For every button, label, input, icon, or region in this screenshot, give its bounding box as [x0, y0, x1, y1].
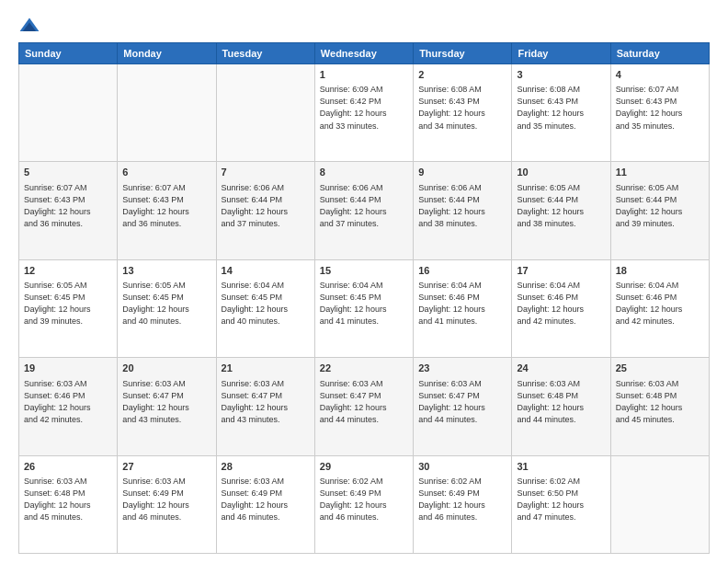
day-number: 19 [24, 362, 112, 375]
calendar-cell: 27Sunrise: 6:03 AMSunset: 6:49 PMDayligh… [118, 455, 216, 553]
day-info: Sunrise: 6:04 AMSunset: 6:46 PMDaylight:… [616, 280, 704, 327]
calendar-cell: 9Sunrise: 6:06 AMSunset: 6:44 PMDaylight… [414, 162, 512, 259]
day-number: 20 [122, 362, 210, 375]
calendar-cell [610, 455, 709, 553]
weekday-header-sunday: Sunday [19, 43, 118, 64]
calendar-cell: 19Sunrise: 6:03 AMSunset: 6:46 PMDayligh… [19, 358, 118, 455]
day-number: 7 [222, 166, 310, 179]
logo [18, 17, 48, 35]
calendar-week-3: 12Sunrise: 6:05 AMSunset: 6:45 PMDayligh… [19, 259, 710, 357]
calendar-cell: 4Sunrise: 6:07 AMSunset: 6:43 PMDaylight… [610, 64, 709, 162]
day-number: 3 [517, 68, 605, 82]
day-info: Sunrise: 6:06 AMSunset: 6:44 PMDaylight:… [320, 182, 408, 230]
calendar-cell: 12Sunrise: 6:05 AMSunset: 6:45 PMDayligh… [19, 259, 118, 357]
day-number: 8 [320, 166, 408, 179]
day-info: Sunrise: 6:05 AMSunset: 6:45 PMDaylight:… [24, 280, 112, 327]
calendar-week-4: 19Sunrise: 6:03 AMSunset: 6:46 PMDayligh… [19, 358, 710, 455]
calendar-cell: 14Sunrise: 6:04 AMSunset: 6:45 PMDayligh… [216, 259, 314, 357]
calendar-cell: 23Sunrise: 6:03 AMSunset: 6:47 PMDayligh… [414, 358, 512, 455]
day-number: 30 [418, 460, 506, 474]
day-info: Sunrise: 6:03 AMSunset: 6:49 PMDaylight:… [122, 476, 210, 523]
day-number: 24 [517, 362, 605, 375]
calendar-cell: 5Sunrise: 6:07 AMSunset: 6:43 PMDaylight… [19, 162, 118, 259]
day-number: 13 [122, 264, 210, 278]
day-info: Sunrise: 6:05 AMSunset: 6:45 PMDaylight:… [122, 280, 210, 327]
day-number: 2 [418, 68, 506, 82]
calendar-cell: 29Sunrise: 6:02 AMSunset: 6:49 PMDayligh… [314, 455, 413, 553]
day-number: 6 [122, 166, 210, 179]
day-info: Sunrise: 6:04 AMSunset: 6:46 PMDaylight:… [517, 280, 605, 327]
day-number: 14 [222, 264, 310, 278]
calendar-week-2: 5Sunrise: 6:07 AMSunset: 6:43 PMDaylight… [19, 162, 710, 259]
day-info: Sunrise: 6:08 AMSunset: 6:43 PMDaylight:… [517, 84, 605, 132]
calendar-cell: 13Sunrise: 6:05 AMSunset: 6:45 PMDayligh… [118, 259, 216, 357]
day-info: Sunrise: 6:03 AMSunset: 6:48 PMDaylight:… [616, 378, 704, 426]
calendar-cell: 6Sunrise: 6:07 AMSunset: 6:43 PMDaylight… [118, 162, 216, 259]
header [18, 17, 710, 35]
day-info: Sunrise: 6:03 AMSunset: 6:48 PMDaylight:… [517, 378, 605, 426]
day-info: Sunrise: 6:02 AMSunset: 6:50 PMDaylight:… [517, 476, 605, 523]
day-number: 31 [517, 460, 605, 474]
day-info: Sunrise: 6:04 AMSunset: 6:45 PMDaylight:… [320, 280, 408, 327]
calendar-page: SundayMondayTuesdayWednesdayThursdayFrid… [0, 0, 728, 563]
calendar-week-5: 26Sunrise: 6:03 AMSunset: 6:48 PMDayligh… [19, 455, 710, 553]
calendar-cell [118, 64, 216, 162]
day-number: 11 [616, 166, 704, 179]
calendar-cell: 24Sunrise: 6:03 AMSunset: 6:48 PMDayligh… [512, 358, 610, 455]
day-info: Sunrise: 6:07 AMSunset: 6:43 PMDaylight:… [616, 84, 704, 132]
weekday-header-friday: Friday [512, 43, 610, 64]
calendar-week-1: 1Sunrise: 6:09 AMSunset: 6:42 PMDaylight… [19, 64, 710, 162]
day-number: 18 [616, 264, 704, 278]
day-number: 1 [320, 68, 408, 82]
weekday-header-monday: Monday [118, 43, 216, 64]
day-info: Sunrise: 6:07 AMSunset: 6:43 PMDaylight:… [24, 182, 112, 230]
logo-icon [18, 17, 40, 35]
calendar-cell: 7Sunrise: 6:06 AMSunset: 6:44 PMDaylight… [216, 162, 314, 259]
day-info: Sunrise: 6:03 AMSunset: 6:46 PMDaylight:… [24, 378, 112, 426]
weekday-header-thursday: Thursday [414, 43, 512, 64]
day-number: 15 [320, 264, 408, 278]
calendar-cell: 2Sunrise: 6:08 AMSunset: 6:43 PMDaylight… [414, 64, 512, 162]
calendar-cell: 8Sunrise: 6:06 AMSunset: 6:44 PMDaylight… [314, 162, 413, 259]
day-info: Sunrise: 6:05 AMSunset: 6:44 PMDaylight:… [616, 182, 704, 230]
day-info: Sunrise: 6:06 AMSunset: 6:44 PMDaylight:… [222, 182, 310, 230]
day-info: Sunrise: 6:06 AMSunset: 6:44 PMDaylight:… [418, 182, 506, 230]
calendar-cell: 30Sunrise: 6:02 AMSunset: 6:49 PMDayligh… [414, 455, 512, 553]
weekday-header-tuesday: Tuesday [216, 43, 314, 64]
calendar-cell [216, 64, 314, 162]
weekday-header-saturday: Saturday [610, 43, 709, 64]
weekday-header-wednesday: Wednesday [314, 43, 413, 64]
day-number: 5 [24, 166, 112, 179]
day-info: Sunrise: 6:03 AMSunset: 6:48 PMDaylight:… [24, 476, 112, 523]
calendar-body: 1Sunrise: 6:09 AMSunset: 6:42 PMDaylight… [19, 64, 710, 554]
calendar-cell: 21Sunrise: 6:03 AMSunset: 6:47 PMDayligh… [216, 358, 314, 455]
calendar-cell: 31Sunrise: 6:02 AMSunset: 6:50 PMDayligh… [512, 455, 610, 553]
day-number: 28 [222, 460, 310, 474]
day-number: 9 [418, 166, 506, 179]
calendar-cell: 25Sunrise: 6:03 AMSunset: 6:48 PMDayligh… [610, 358, 709, 455]
calendar-cell: 26Sunrise: 6:03 AMSunset: 6:48 PMDayligh… [19, 455, 118, 553]
day-info: Sunrise: 6:03 AMSunset: 6:47 PMDaylight:… [418, 378, 506, 426]
weekday-header-row: SundayMondayTuesdayWednesdayThursdayFrid… [19, 43, 710, 64]
day-number: 22 [320, 362, 408, 375]
day-number: 27 [122, 460, 210, 474]
day-number: 25 [616, 362, 704, 375]
calendar-table: SundayMondayTuesdayWednesdayThursdayFrid… [18, 42, 710, 554]
day-info: Sunrise: 6:02 AMSunset: 6:49 PMDaylight:… [320, 476, 408, 523]
calendar-cell: 22Sunrise: 6:03 AMSunset: 6:47 PMDayligh… [314, 358, 413, 455]
day-info: Sunrise: 6:03 AMSunset: 6:47 PMDaylight:… [320, 378, 408, 426]
calendar-cell: 18Sunrise: 6:04 AMSunset: 6:46 PMDayligh… [610, 259, 709, 357]
calendar-cell: 15Sunrise: 6:04 AMSunset: 6:45 PMDayligh… [314, 259, 413, 357]
logo-area [18, 17, 48, 35]
day-info: Sunrise: 6:04 AMSunset: 6:45 PMDaylight:… [222, 280, 310, 327]
day-info: Sunrise: 6:02 AMSunset: 6:49 PMDaylight:… [418, 476, 506, 523]
day-number: 21 [222, 362, 310, 375]
calendar-cell: 28Sunrise: 6:03 AMSunset: 6:49 PMDayligh… [216, 455, 314, 553]
day-info: Sunrise: 6:03 AMSunset: 6:49 PMDaylight:… [222, 476, 310, 523]
day-info: Sunrise: 6:04 AMSunset: 6:46 PMDaylight:… [418, 280, 506, 327]
calendar-cell [19, 64, 118, 162]
calendar-cell: 20Sunrise: 6:03 AMSunset: 6:47 PMDayligh… [118, 358, 216, 455]
day-info: Sunrise: 6:07 AMSunset: 6:43 PMDaylight:… [122, 182, 210, 230]
calendar-cell: 17Sunrise: 6:04 AMSunset: 6:46 PMDayligh… [512, 259, 610, 357]
day-number: 12 [24, 264, 112, 278]
